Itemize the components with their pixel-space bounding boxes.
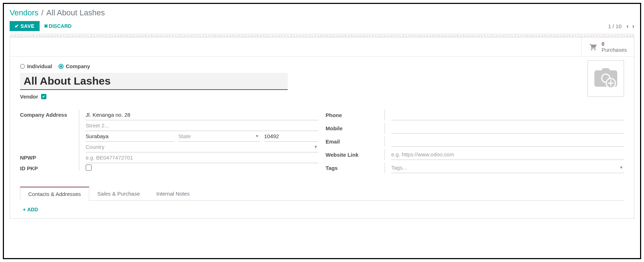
tab-sales[interactable]: Sales & Purchase (89, 187, 148, 201)
toolbar: ✔ SAVE ✖ DISCARD 1 / 10 ‹ › (10, 21, 634, 31)
camera-plus-icon (593, 68, 619, 89)
state-select[interactable] (178, 131, 260, 142)
form-sheet: 0 Purchases Individual Company Vendor ✔ (10, 37, 634, 219)
tab-notes[interactable]: Internal Notes (148, 187, 198, 201)
add-label: ADD (27, 207, 38, 212)
email-label: Email (326, 138, 384, 145)
image-upload[interactable] (588, 60, 624, 97)
radio-circle-icon (20, 64, 25, 69)
idpkp-label: ID PKP (20, 163, 79, 171)
tags-label: Tags (326, 165, 384, 171)
save-label: SAVE (21, 23, 35, 29)
company-label: Company (66, 63, 90, 69)
phone-input[interactable] (391, 110, 624, 120)
check-icon: ✔ (15, 23, 19, 29)
name-input[interactable] (20, 73, 288, 90)
radio-dot-icon (59, 64, 64, 69)
save-button[interactable]: ✔ SAVE (10, 21, 40, 31)
city-input[interactable] (86, 131, 174, 142)
email-input[interactable] (391, 136, 624, 147)
discard-button[interactable]: ✖ DISCARD (44, 23, 72, 29)
discard-label: DISCARD (49, 23, 72, 29)
npwp-input[interactable] (86, 152, 318, 163)
mobile-input[interactable] (391, 123, 624, 133)
radio-individual[interactable]: Individual (20, 63, 52, 69)
pager-next-button[interactable]: › (632, 22, 634, 30)
breadcrumb-current: All About Lashes (46, 8, 105, 17)
radio-company[interactable]: Company (59, 63, 90, 69)
vendor-label: Vendor (20, 94, 38, 100)
address-label: Company Address (20, 110, 79, 118)
website-label: Website Link (326, 152, 384, 158)
tab-bar: Contacts & Addresses Sales & Purchase In… (20, 186, 624, 201)
purchases-stat-button[interactable]: 0 Purchases (581, 37, 634, 56)
street2-input[interactable] (86, 120, 318, 131)
individual-label: Individual (27, 63, 52, 69)
phone-label: Phone (326, 112, 384, 118)
close-icon: ✖ (44, 23, 48, 29)
vendor-checkbox[interactable]: ✔ (41, 94, 46, 99)
country-select[interactable] (86, 142, 318, 152)
breadcrumb: Vendors / All About Lashes (10, 8, 634, 17)
pager-prev-button[interactable]: ‹ (627, 22, 629, 30)
plus-icon: + (23, 207, 26, 212)
purchases-label: Purchases (602, 47, 627, 53)
add-button[interactable]: + ADD (23, 207, 38, 212)
street-input[interactable] (86, 110, 318, 120)
zip-input[interactable] (264, 131, 318, 142)
pager-text: 1 / 10 (608, 23, 622, 29)
purchases-count: 0 (602, 41, 627, 47)
cart-icon (589, 43, 598, 51)
mobile-label: Mobile (326, 125, 384, 131)
tags-input[interactable] (391, 162, 624, 173)
npwp-label: NPWP (20, 152, 79, 161)
website-input[interactable] (391, 149, 624, 160)
tab-contacts[interactable]: Contacts & Addresses (20, 187, 89, 201)
breadcrumb-root[interactable]: Vendors (10, 8, 39, 17)
breadcrumb-sep: / (41, 8, 44, 17)
idpkp-checkbox[interactable] (86, 165, 92, 171)
